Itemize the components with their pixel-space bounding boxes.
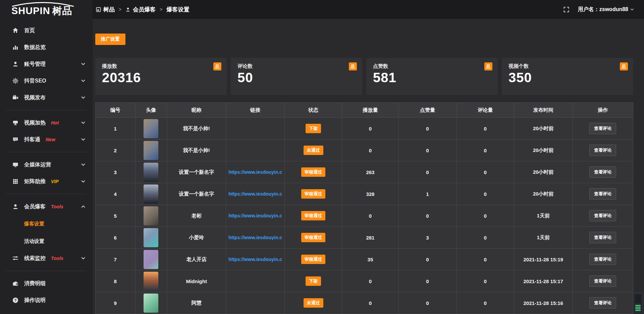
like-count: 0	[399, 249, 457, 270]
avatar	[144, 250, 158, 269]
link-cell	[226, 140, 285, 161]
stat-card-likes: 点赞数 581 总	[366, 58, 498, 95]
publish-time: 2021-11-28 15:16	[514, 292, 573, 314]
nickname: 我不是小帅!	[167, 118, 226, 139]
view-comments-button[interactable]: 查看评论	[589, 232, 616, 243]
user-icon	[12, 203, 19, 210]
sidebar-item-label: 矩阵助推	[24, 178, 46, 185]
sidebar-item-video-heat[interactable]: 视频加热 Hot	[0, 114, 93, 131]
avatar	[144, 206, 158, 225]
nickname: 设置一个新名字	[167, 183, 226, 205]
wallet-icon	[12, 280, 19, 287]
breadcrumb-item-member-baoke[interactable]: 会员爆客	[125, 6, 156, 13]
status-badge: 审核通过	[301, 211, 325, 220]
video-link[interactable]: https://www.iesdouyin.c	[228, 257, 282, 262]
table-row: 5 老彬 https://www.iesdouyin.c 审核通过 0 0 0 …	[96, 205, 633, 226]
tools-badge: Tools	[51, 204, 63, 209]
avatar-cell	[136, 227, 167, 248]
breadcrumb-item-shupin[interactable]: 树品	[96, 6, 115, 13]
sidebar-menu: 首页 数据总览 账号管理 抖音SEO 视频发布 视频加热 Hot	[0, 19, 93, 314]
nickname: Midnight	[167, 270, 226, 292]
promo-settings-button[interactable]: 推广设置	[95, 34, 125, 45]
grid-icon	[12, 178, 19, 185]
row-number: 9	[96, 292, 136, 314]
comment-count: 0	[457, 183, 514, 205]
sidebar-item-douketong[interactable]: 抖客通 New	[0, 131, 93, 148]
view-comments-button[interactable]: 查看评论	[589, 123, 616, 134]
column-header: 点赞量	[399, 103, 457, 117]
status-badge: 审核通过	[301, 255, 325, 264]
link-cell: https://www.iesdouyin.c	[226, 227, 285, 248]
sidebar-item-expense-detail[interactable]: 消费明细	[0, 275, 93, 292]
stat-label: 评论数	[237, 63, 356, 69]
link-cell	[226, 270, 285, 292]
sidebar-item-clue-monitor[interactable]: 线索监控 Tools	[0, 250, 93, 267]
status-cell: 未通过	[285, 292, 342, 314]
nickname: 老彬	[167, 205, 226, 226]
sidebar-item-douyin-seo[interactable]: 抖音SEO	[0, 72, 93, 89]
action-cell: 查看评论	[573, 205, 633, 226]
breadcrumb-item-baoke-settings[interactable]: 爆客设置	[166, 6, 189, 13]
chevron-down-icon	[81, 80, 85, 82]
publish-time: 20小时前	[514, 183, 573, 205]
video-link[interactable]: https://www.iesdouyin.c	[228, 235, 282, 240]
video-link[interactable]: https://www.iesdouyin.c	[228, 169, 282, 175]
sidebar-item-video-publish[interactable]: 视频发布	[0, 89, 93, 106]
view-comments-button[interactable]: 查看评论	[589, 166, 616, 178]
view-comments-button[interactable]: 查看评论	[589, 210, 616, 221]
view-comments-button[interactable]: 查看评论	[589, 275, 616, 287]
nickname: 小爱玲	[167, 227, 226, 248]
sidebar-subitem-baoke-settings[interactable]: 爆客设置	[0, 215, 93, 232]
link-cell	[226, 118, 285, 139]
sidebar-item-matrix-boost[interactable]: 矩阵助推 VIP	[0, 173, 93, 190]
link-cell: https://www.iesdouyin.c	[226, 249, 285, 270]
link-cell: https://www.iesdouyin.c	[226, 183, 285, 205]
column-header: 链接	[226, 103, 285, 117]
avatar-cell	[136, 118, 167, 139]
sidebar-item-data-overview[interactable]: 数据总览	[0, 39, 93, 56]
action-cell: 查看评论	[573, 161, 633, 183]
play-count: 281	[342, 227, 398, 248]
chevron-down-icon	[81, 63, 85, 65]
content: 推广设置 播放数 20316 总 评论数 50 总 点赞数 581 总 视频个数…	[93, 19, 644, 314]
tools-badge: Tools	[51, 256, 63, 261]
fullscreen-icon[interactable]	[564, 7, 569, 12]
status-cell: 审核通过	[285, 205, 342, 226]
sidebar-divider	[6, 152, 87, 152]
sidebar-item-member-baoke[interactable]: 会员爆客 Tools	[0, 198, 93, 215]
table-row: 6 小爱玲 https://www.iesdouyin.c 审核通过 281 3…	[96, 226, 633, 248]
stat-label: 视频个数	[508, 63, 627, 69]
view-comments-button[interactable]: 查看评论	[589, 254, 616, 265]
username-label: 用户名：zswodun88	[578, 6, 628, 13]
main-column: 树品 > 会员爆客 > 爆客设置 用户名：zswodun88 推广设置	[93, 0, 644, 314]
chevron-down-icon	[630, 8, 634, 11]
status-cell: 下架	[285, 118, 342, 139]
view-comments-button[interactable]: 查看评论	[589, 188, 616, 200]
table-row: 8 Midnight 下架 0 0 0 2021-11-28 15:17 查看评…	[96, 270, 633, 292]
floating-widget[interactable]	[633, 293, 643, 314]
column-header: 发布时间	[514, 103, 573, 117]
column-header: 头像	[136, 103, 167, 117]
comment-count: 0	[457, 161, 514, 183]
link-cell: https://www.iesdouyin.c	[226, 161, 285, 183]
sidebar-item-all-media[interactable]: 全媒体运营	[0, 156, 93, 173]
view-comments-button[interactable]: 查看评论	[589, 297, 616, 309]
table-header: 编号 头像 昵称 链接 状态 播放量 点赞量 评论量 发布时间 操作	[96, 103, 633, 117]
sidebar-item-home[interactable]: 首页	[0, 22, 93, 39]
sidebar-item-account-mgmt[interactable]: 账号管理	[0, 56, 93, 72]
new-badge: New	[46, 137, 55, 142]
play-count: 263	[342, 161, 398, 183]
sidebar-item-label: 会员爆客	[24, 203, 46, 210]
sidebar-item-instructions[interactable]: ? 操作说明	[0, 292, 93, 309]
avatar-cell	[136, 249, 167, 270]
video-link[interactable]: https://www.iesdouyin.c	[228, 213, 282, 218]
view-comments-button[interactable]: 查看评论	[589, 145, 616, 156]
status-cell: 审核通过	[285, 183, 342, 205]
widget-bars-icon	[635, 305, 641, 311]
nickname: 我不是小帅!	[167, 140, 226, 161]
sidebar: SHUPIN树品 首页 数据总览 账号管理 抖音SEO 视频发布	[0, 0, 93, 314]
username-menu[interactable]: 用户名：zswodun88	[578, 6, 634, 13]
sidebar-subitem-activity-settings[interactable]: 活动设置	[0, 232, 93, 250]
video-link[interactable]: https://www.iesdouyin.c	[228, 191, 282, 197]
comment-icon	[12, 136, 19, 143]
